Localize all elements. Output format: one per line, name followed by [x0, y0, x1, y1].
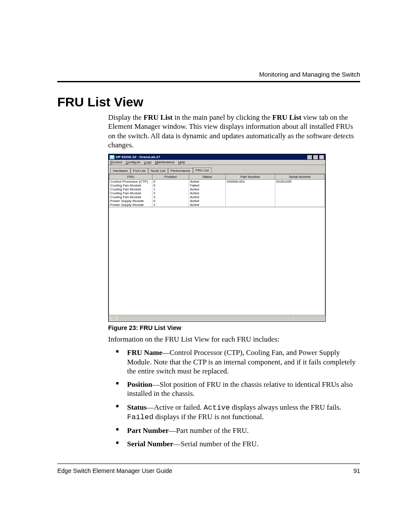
- item-term: Part Number: [127, 426, 169, 435]
- table-row[interactable]: Cooling Fan Module 3 Active: [109, 195, 325, 199]
- cell-status: Failed: [189, 184, 226, 187]
- item-desc: —Active or failed.: [146, 403, 203, 411]
- item-desc: —Part number of the FRU.: [169, 426, 249, 435]
- cell-fru: Cooling Fan Module: [109, 195, 153, 199]
- cell-fru: Cooling Fan Module: [109, 187, 153, 191]
- col-serial-number[interactable]: Serial Number: [275, 174, 325, 180]
- warning-icon[interactable]: ⚠: [109, 316, 118, 321]
- cell-status: Active: [189, 195, 226, 199]
- cell-serialnumber: [275, 203, 325, 207]
- item-desc: displays always unless the FRU fails.: [230, 403, 341, 411]
- cell-fru: Power Supply Module: [109, 199, 153, 203]
- menu-configure[interactable]: Configure: [126, 160, 141, 164]
- col-status[interactable]: Status: [189, 174, 226, 180]
- tab-hardware[interactable]: Hardware: [110, 168, 131, 173]
- menu-help[interactable]: Help: [178, 160, 185, 164]
- cell-partnumber: [226, 199, 275, 203]
- tab-fru-list[interactable]: FRU List: [193, 168, 212, 173]
- app-window: HP EDGE-32 : DracoLab-27 _ □ × Product C…: [108, 154, 326, 322]
- menu-product[interactable]: Product: [110, 160, 122, 164]
- intro-paragraph: Display the FRU List in the main panel b…: [108, 113, 360, 149]
- list-item: FRU Name—Control Processor (CTP), Coolin…: [116, 348, 360, 376]
- menu-logs[interactable]: Logs: [144, 160, 151, 164]
- item-term: FRU Name: [127, 348, 162, 357]
- item-term: Position: [127, 380, 153, 389]
- cell-fru: Cooling Fan Module: [109, 191, 153, 195]
- item-code: Active: [204, 404, 230, 412]
- footer-title: Edge Switch Element Manager User Guide: [57, 467, 172, 474]
- list-item: Position—Slot position of FRU in the cha…: [116, 380, 360, 398]
- tab-port-list[interactable]: Port List: [131, 168, 148, 173]
- list-item: Serial Number—Serial number of the FRU.: [116, 439, 360, 448]
- app-icon: [109, 155, 115, 159]
- cell-status: Active: [189, 187, 226, 191]
- cell-position: 1: [153, 187, 189, 191]
- item-desc: —Serial number of the FRU.: [173, 440, 258, 448]
- cell-fru: Cooling Fan Module: [109, 184, 153, 187]
- fru-table-wrap: FRU Position Status Part Number Serial N…: [109, 174, 325, 207]
- cell-serialnumber: [275, 184, 325, 187]
- table-row[interactable]: Control Processor (CTP) 0 Active 292000-…: [109, 180, 325, 184]
- cell-serialnumber: [275, 199, 325, 203]
- titlebar[interactable]: HP EDGE-32 : DracoLab-27 _ □ ×: [109, 154, 325, 160]
- tab-area: Hardware Port List Node List Performance…: [109, 165, 325, 174]
- cell-position: 3: [153, 195, 189, 199]
- cell-position: 2: [153, 191, 189, 195]
- cell-status: Active: [189, 180, 226, 184]
- item-desc: displays if the FRU is not functional.: [153, 413, 264, 421]
- cell-position: 0: [153, 199, 189, 203]
- intro-bold-2: FRU List: [272, 113, 302, 121]
- menu-maintenance[interactable]: Maintenance: [155, 160, 175, 164]
- list-item: Part Number—Part number of the FRU.: [116, 426, 360, 435]
- tab-node-list[interactable]: Node List: [148, 168, 168, 173]
- fru-table: FRU Position Status Part Number Serial N…: [109, 174, 325, 207]
- intro-text: in the main panel by clicking the: [173, 113, 272, 121]
- table-row[interactable]: Power Supply Module 0 Active: [109, 199, 325, 203]
- cell-serialnumber: 02261035: [275, 180, 325, 184]
- section-title: FRU List View: [57, 95, 360, 109]
- header-rule: [57, 81, 360, 82]
- close-button[interactable]: ×: [319, 155, 324, 160]
- table-row[interactable]: Cooling Fan Module 2 Active: [109, 191, 325, 195]
- cell-partnumber: [226, 184, 275, 187]
- table-row[interactable]: Cooling Fan Module 0 Failed: [109, 184, 325, 187]
- cell-partnumber: [226, 195, 275, 199]
- table-row[interactable]: Power Supply Module 1 Active: [109, 203, 325, 207]
- cell-partnumber: 292000-001: [226, 180, 275, 184]
- cell-status: Active: [189, 203, 226, 207]
- cell-partnumber: [226, 203, 275, 207]
- window-title: HP EDGE-32 : DracoLab-27: [116, 155, 160, 159]
- cell-serialnumber: [275, 195, 325, 199]
- statusbar: ⚠: [109, 315, 325, 321]
- item-code: Failed: [127, 413, 153, 421]
- page-number: 91: [353, 467, 360, 474]
- cell-position: 1: [153, 203, 189, 207]
- cell-serialnumber: [275, 187, 325, 191]
- maximize-button[interactable]: □: [313, 155, 318, 160]
- table-row[interactable]: Cooling Fan Module 1 Active: [109, 187, 325, 191]
- item-term: Serial Number: [127, 440, 173, 448]
- item-desc: —Slot position of FRU in the chassis rel…: [127, 380, 353, 398]
- item-term: Status: [127, 403, 146, 411]
- cell-status: Active: [189, 199, 226, 203]
- cell-serialnumber: [275, 191, 325, 195]
- cell-partnumber: [226, 187, 275, 191]
- tab-performance[interactable]: Performance: [168, 168, 193, 173]
- figure-caption: Figure 23: FRU List View: [108, 324, 360, 331]
- intro-text: Display the: [108, 113, 143, 121]
- minimize-button[interactable]: _: [307, 155, 312, 160]
- cell-status: Active: [189, 191, 226, 195]
- status-segment: [118, 316, 294, 321]
- cell-position: 0: [153, 180, 189, 184]
- col-position[interactable]: Position: [153, 174, 189, 180]
- cell-position: 0: [153, 184, 189, 187]
- table-header-row: FRU Position Status Part Number Serial N…: [109, 174, 325, 180]
- status-segment: [294, 316, 325, 321]
- col-fru[interactable]: FRU: [109, 174, 153, 180]
- cell-fru: Power Supply Module: [109, 203, 153, 207]
- table-empty-area: [109, 207, 325, 315]
- col-part-number[interactable]: Part Number: [226, 174, 275, 180]
- intro-bold-1: FRU List: [143, 113, 173, 121]
- cell-partnumber: [226, 191, 275, 195]
- footer-rule: [57, 464, 360, 464]
